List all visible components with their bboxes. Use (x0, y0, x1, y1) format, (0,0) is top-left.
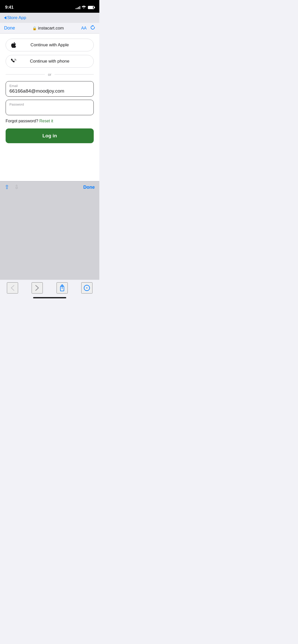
url-bar[interactable]: 🔒 instacart.com (32, 26, 64, 31)
phone-button-label: Continue with phone (30, 59, 69, 64)
or-label: or (48, 72, 51, 77)
password-value (9, 107, 90, 112)
or-divider: or (6, 72, 94, 77)
safari-bottom-bar (0, 280, 99, 295)
lock-icon: 🔒 (32, 26, 37, 30)
keyboard-done-button[interactable]: Done (83, 185, 95, 190)
share-button[interactable] (57, 282, 68, 294)
back-button[interactable] (7, 282, 18, 294)
reload-button[interactable] (90, 25, 95, 31)
appstore-back-label: Store App (7, 15, 26, 20)
url-text: instacart.com (38, 26, 64, 31)
webview-content: Continue with Apple Continue with phone … (0, 34, 99, 181)
password-label: Password (9, 103, 90, 106)
email-label: Email (9, 84, 90, 88)
status-time: 9:41 (5, 5, 13, 10)
continue-with-apple-button[interactable]: Continue with Apple (6, 39, 94, 51)
signal-icon (76, 6, 80, 9)
phone-icon (11, 58, 17, 64)
browser-actions: AA (81, 25, 95, 31)
forgot-password-row: Forgot password? Reset it (6, 119, 94, 123)
login-button[interactable]: Log in (6, 128, 94, 143)
keyboard-toolbar: ⇧ ⇩ Done (0, 181, 99, 193)
keyboard-nav: ⇧ ⇩ (5, 184, 19, 191)
compass-button[interactable] (81, 282, 92, 294)
next-field-button[interactable]: ⇩ (14, 184, 19, 191)
email-field-group: Email 66166a84@moodjoy.com (6, 81, 94, 97)
home-indicator (0, 295, 99, 300)
browser-done-button[interactable]: Done (4, 25, 15, 31)
password-input-wrapper[interactable]: Password (6, 100, 94, 115)
appstore-bar: Store App (0, 13, 99, 23)
forward-button[interactable] (32, 282, 43, 294)
battery-icon (88, 6, 94, 9)
appstore-back-button[interactable]: Store App (4, 15, 26, 20)
status-icons (76, 6, 94, 9)
reset-link[interactable]: Reset it (39, 119, 53, 123)
svg-point-2 (86, 287, 87, 288)
status-bar: 9:41 (0, 0, 99, 13)
apple-icon (11, 42, 17, 48)
continue-with-phone-button[interactable]: Continue with phone (6, 55, 94, 68)
wifi-icon (82, 6, 86, 9)
back-chevron-icon (4, 16, 6, 19)
reader-view-button[interactable]: AA (81, 26, 87, 31)
keyboard-area (0, 193, 99, 280)
apple-button-label: Continue with Apple (31, 42, 69, 48)
email-input-wrapper[interactable]: Email 66166a84@moodjoy.com (6, 81, 94, 97)
prev-field-button[interactable]: ⇧ (5, 184, 9, 191)
forgot-text: Forgot password? (6, 119, 38, 123)
browser-chrome: Done 🔒 instacart.com AA (0, 23, 99, 34)
password-field-group: Password (6, 100, 94, 115)
home-bar (33, 297, 66, 298)
email-value: 66166a84@moodjoy.com (9, 88, 90, 94)
